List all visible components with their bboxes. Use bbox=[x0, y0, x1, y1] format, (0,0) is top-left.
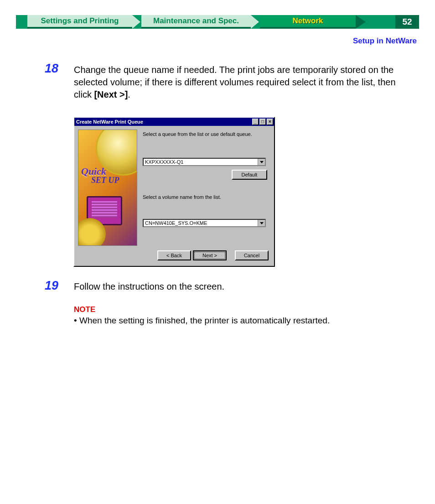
section-breadcrumb[interactable]: Setup in NetWare bbox=[353, 36, 417, 46]
tab-settings-printing[interactable]: Settings and Printing bbox=[27, 15, 132, 29]
tab-chevron bbox=[251, 15, 259, 29]
volume-label: Select a volume name from the list. bbox=[143, 194, 221, 200]
step-number-19: 19 bbox=[45, 279, 58, 293]
tab-network[interactable]: Network bbox=[260, 15, 356, 29]
create-netware-print-queue-dialog: Create NetWare Print Queue _ □ × Quick S… bbox=[73, 117, 275, 267]
sidebar-text-setup: SET UP bbox=[91, 176, 119, 185]
tab-maintenance-spec[interactable]: Maintenance and Spec. bbox=[141, 15, 251, 29]
manual-page: Settings and Printing Maintenance and Sp… bbox=[0, 0, 435, 504]
next-button[interactable]: Next > bbox=[193, 250, 227, 260]
step-18-text: Change the queue name if needed. The pri… bbox=[74, 64, 410, 101]
queue-label: Select a queue from the list or use defa… bbox=[143, 131, 252, 137]
close-button[interactable]: × bbox=[267, 119, 273, 125]
dialog-titlebar: Create NetWare Print Queue _ □ × bbox=[74, 118, 274, 126]
svg-marker-0 bbox=[260, 161, 264, 163]
maximize-button[interactable]: □ bbox=[259, 119, 266, 125]
svg-marker-1 bbox=[260, 222, 264, 224]
dialog-title: Create NetWare Print Queue bbox=[76, 119, 143, 125]
volume-value: CN=NW410E_SYS.O=KME bbox=[145, 220, 207, 226]
next-reference: [Next >] bbox=[94, 89, 128, 99]
header-bar: Settings and Printing Maintenance and Sp… bbox=[16, 15, 419, 29]
note-label: NOTE bbox=[74, 305, 95, 314]
minimize-button[interactable]: _ bbox=[252, 119, 259, 125]
note-text: •When the setting is finished, the print… bbox=[74, 316, 408, 326]
page-number: 52 bbox=[395, 15, 419, 29]
back-button[interactable]: < Back bbox=[157, 250, 191, 260]
chevron-down-icon[interactable] bbox=[258, 220, 265, 226]
volume-combobox[interactable]: CN=NW410E_SYS.O=KME bbox=[143, 219, 266, 227]
queue-value: KXPXXXXXX-Q1 bbox=[145, 159, 183, 165]
step-18-text-post: . bbox=[128, 89, 130, 99]
queue-combobox[interactable]: KXPXXXXXX-Q1 bbox=[143, 158, 266, 166]
note-body-text: When the setting is finished, the printe… bbox=[79, 316, 330, 325]
default-button[interactable]: Default bbox=[232, 170, 267, 180]
tab-chevron bbox=[356, 15, 366, 29]
cancel-button[interactable]: Cancel bbox=[235, 250, 269, 260]
tab-chevron bbox=[132, 15, 140, 29]
wizard-sidebar-image: Quick SET UP bbox=[78, 130, 137, 246]
step-19-text: Follow the instructions on the screen. bbox=[74, 281, 410, 293]
step-number-18: 18 bbox=[45, 62, 58, 76]
chevron-down-icon[interactable] bbox=[258, 159, 265, 165]
bullet-icon: • bbox=[74, 316, 79, 326]
